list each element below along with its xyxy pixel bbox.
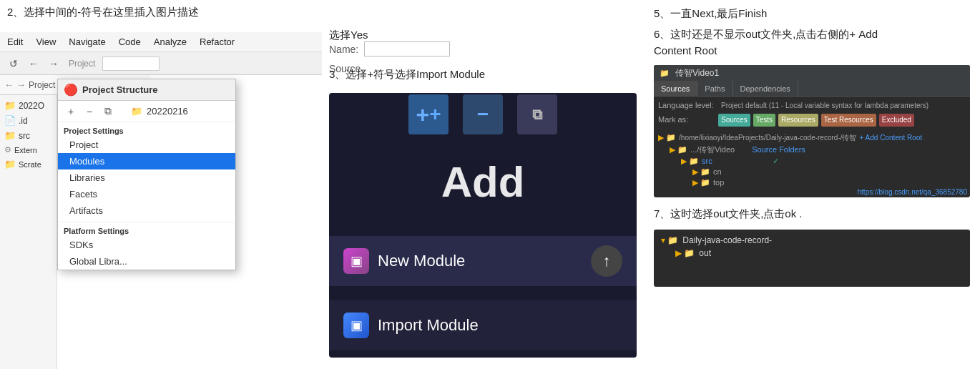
settings-artifacts[interactable]: Artifacts xyxy=(58,202,235,219)
ide-tabs: Sources Paths Dependencies xyxy=(654,81,970,97)
name-label: Name: xyxy=(329,44,358,55)
module-copy-button[interactable]: ⧉ xyxy=(517,94,557,134)
top-instruction: 2、选择中间的-符号在这里插入图片描述 xyxy=(7,6,199,19)
badge-tests: Tests xyxy=(753,114,775,127)
out-folder-label: out xyxy=(699,248,711,258)
yes-label: 选择Yes xyxy=(329,29,368,42)
ide-titlebar: 📁 传智Video1 xyxy=(654,65,970,81)
menu-navigate[interactable]: Navigate xyxy=(69,36,105,47)
language-label: Language level: xyxy=(658,99,715,112)
module-minus-button[interactable]: − xyxy=(463,94,503,134)
search-input[interactable] xyxy=(102,56,160,71)
import-module-symbol: ▣ xyxy=(351,318,363,333)
tab-sources[interactable]: Sources xyxy=(654,81,697,96)
nav-back-icon[interactable]: ← xyxy=(4,79,14,90)
tab-dependencies[interactable]: Dependencies xyxy=(733,81,798,96)
modal-folder-label: 20220216 xyxy=(147,106,188,117)
tree-cn-row: ▶ 📁 cn xyxy=(658,167,966,177)
mark-as-row: Mark as: Sources Tests Resources Test Re… xyxy=(658,114,966,127)
name-row: Name: xyxy=(329,41,450,56)
tree-root-row: ▶ 📁 /home/lixiaoyi/IdeaProjects/Daily-ja… xyxy=(658,132,966,144)
ide-footer-link[interactable]: https://blog.csdn.net/qa_36852780 xyxy=(855,187,970,197)
modal-tree-folder[interactable]: 📁 20220216 xyxy=(122,104,197,119)
forward-button[interactable]: → xyxy=(46,56,62,72)
menu-code[interactable]: Code xyxy=(119,36,141,47)
menu-edit[interactable]: Edit xyxy=(7,36,23,47)
menu-analyze[interactable]: Analyze xyxy=(154,36,187,47)
back-button[interactable]: ← xyxy=(26,56,41,72)
new-module-text: New Module xyxy=(378,252,465,270)
language-row: Language level: Project default (11 - Lo… xyxy=(658,99,966,112)
content-root-label: Content Root xyxy=(654,44,970,56)
project-tree: 📁 2022O 📄 .id 📁 src ⚙ Extern 📁 Scrate xyxy=(0,95,57,369)
ide-folder-icon: 📁 xyxy=(660,69,670,78)
add-big-label: Add xyxy=(329,157,637,207)
tree-label-ext: Extern xyxy=(14,146,37,154)
settings-libraries[interactable]: Libraries xyxy=(58,169,235,186)
root-path: /home/lixiaoyi/IdeaProjects/Daily-java-c… xyxy=(679,133,856,143)
folder-icon-src: 📁 xyxy=(4,130,16,141)
path-label: Project xyxy=(29,80,55,90)
new-module-row[interactable]: ▣ New Module ↑ xyxy=(329,236,637,286)
import-module-row[interactable]: ▣ Import Module xyxy=(329,300,637,350)
tree-item-src[interactable]: 📁 src xyxy=(0,128,57,143)
parent-folder-label: Daily-java-code-record- xyxy=(682,235,772,245)
bottom-row-out: ▶ 📁 out xyxy=(661,247,963,260)
copy-modal-button[interactable]: ⧉ xyxy=(101,104,115,119)
top-icon: ▶ 📁 xyxy=(692,178,710,187)
path-text: Project xyxy=(69,59,95,69)
folder-icon-idea: 📄 xyxy=(4,115,16,126)
parent-folder-icon: ▾ 📁 xyxy=(661,235,678,245)
add-modal-button[interactable]: + xyxy=(64,104,78,119)
refresh-button[interactable]: ↺ xyxy=(6,56,21,72)
mark-label: Mark as: xyxy=(658,114,715,127)
module-top-bar: + + − ⧉ xyxy=(329,93,637,136)
toolbar: ↺ ← → Project xyxy=(0,52,322,75)
instruction-6: 6、这时还是不显示out文件夹,点击右侧的+ Add xyxy=(654,28,970,41)
settings-sdks[interactable]: SDKs xyxy=(58,237,235,253)
ide-tree-area: ▶ 📁 /home/lixiaoyi/IdeaProjects/Daily-ja… xyxy=(654,131,970,190)
remove-modal-button[interactable]: − xyxy=(82,104,97,119)
gear-icon: ⚙ xyxy=(4,145,11,154)
tree-item-external[interactable]: ⚙ Extern xyxy=(0,143,57,157)
tab-paths[interactable]: Paths xyxy=(697,81,732,96)
menu-view[interactable]: View xyxy=(36,36,56,47)
tree-label-project: 2022O xyxy=(19,101,44,111)
src-icon: ▶ 📁 xyxy=(681,157,699,166)
import-module-text: Import Module xyxy=(378,316,479,335)
settings-facets[interactable]: Facets xyxy=(58,186,235,202)
tree-item-project[interactable]: 📁 2022O xyxy=(0,98,57,113)
instruction-7: 7、这时选择out文件夹,点击ok . xyxy=(654,207,970,221)
tree-item-idea[interactable]: 📄 .id xyxy=(0,113,57,128)
add-content-root-link[interactable]: + Add Content Root xyxy=(860,134,923,142)
ide-area: 2、选择中间的-符号在这里插入图片描述 Edit View Navigate C… xyxy=(0,0,322,369)
out-folder-icon: ▶ 📁 xyxy=(675,248,695,258)
menu-refactor[interactable]: Refactor xyxy=(200,36,235,47)
tree-src-row: ▶ 📁 src ✓ xyxy=(658,156,966,167)
project-settings-section: Project Settings xyxy=(58,122,235,137)
module-screenshot: + + − ⧉ Add ▣ New Module ↑ ▣ Import Modu… xyxy=(329,93,637,358)
bottom-row-parent: ▾ 📁 Daily-java-code-record- xyxy=(661,234,963,247)
idea-logo-icon: 🔴 xyxy=(64,83,78,97)
tree-label-scratch: Scrate xyxy=(19,160,41,169)
folder-icon: 📁 xyxy=(4,100,16,111)
platform-settings-section: Platform Settings xyxy=(58,222,235,237)
cn-icon: ▶ 📁 xyxy=(692,167,710,177)
modal-toolbar: + − ⧉ 📁 20220216 xyxy=(58,101,235,122)
tree-label-src: src xyxy=(19,131,30,141)
nav-forward-icon[interactable]: → xyxy=(16,79,26,90)
settings-global-libs[interactable]: Global Libra... xyxy=(58,253,235,270)
settings-modules[interactable]: Modules xyxy=(58,153,235,169)
settings-project[interactable]: Project xyxy=(58,137,235,153)
name-input[interactable] xyxy=(364,41,450,56)
center-area: 选择Yes Name: Source 3、选择+符号选择Import Modul… xyxy=(322,0,644,369)
ide-screenshot-bottom: ▾ 📁 Daily-java-code-record- ▶ 📁 out xyxy=(654,230,970,287)
video-folder-icon: ▶ 📁 xyxy=(670,145,687,154)
tree-label-idea: .id xyxy=(19,116,28,126)
modal-folder-icon: 📁 xyxy=(131,106,142,117)
project-structure-modal: 🔴 Project Structure + − ⧉ 📁 20220216 Pro… xyxy=(57,79,236,270)
src-label: src xyxy=(702,157,712,165)
tree-item-scratches[interactable]: 📁 Scrate xyxy=(0,157,57,172)
ide-screenshot-right: 📁 传智Video1 Sources Paths Dependencies La… xyxy=(654,65,970,197)
module-add-button[interactable]: + + xyxy=(408,94,449,134)
